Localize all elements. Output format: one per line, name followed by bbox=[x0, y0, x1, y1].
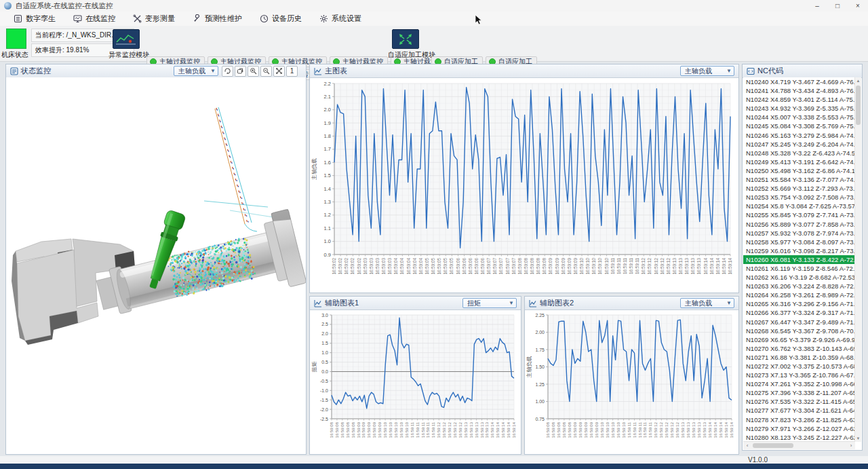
nc-code-line[interactable]: N10258 X5.977 Y-3.084 Z-8.097 A-73.138 bbox=[743, 238, 855, 246]
svg-text:16:59:14: 16:59:14 bbox=[512, 421, 516, 438]
svg-text:16:59:09: 16:59:09 bbox=[595, 421, 599, 438]
nc-code-line[interactable]: N10266 X6.377 Y-3.324 Z-9.317 A-71.443 bbox=[743, 308, 855, 317]
main-chart-signal-dropdown[interactable]: 主轴负载▼ bbox=[680, 66, 734, 76]
nc-code-line[interactable]: N10257 X5.932 Y-3.078 Z-7.974 A-73.243 bbox=[743, 229, 855, 238]
adaptive-module[interactable]: 自适应加工模块 bbox=[388, 29, 423, 60]
zoom-out-button[interactable] bbox=[260, 66, 272, 77]
nc-code-line[interactable]: N10262 X6.16 Y-3.19 Z-8.682 A-72.534 C bbox=[743, 273, 855, 282]
deform-measure-icon bbox=[133, 14, 142, 23]
svg-text:-0.5: -0.5 bbox=[320, 379, 328, 383]
svg-text:扭矩: 扭矩 bbox=[311, 362, 317, 373]
nc-code-line[interactable]: N10240 X4.719 Y-3.467 Z-4.669 A-76.396 bbox=[743, 77, 855, 86]
scroll-down-icon[interactable]: ▼ bbox=[855, 435, 861, 442]
svg-text:16:59:08: 16:59:08 bbox=[517, 258, 522, 275]
nc-code-line[interactable]: N10274 X7.261 Y-3.352 Z-10.998 A-66.67 bbox=[743, 379, 855, 388]
svg-text:16:59:08: 16:59:08 bbox=[530, 258, 534, 275]
main-toolbar: 机床状态 当前程序: /_N_WKS_DIR... 效率提升: 19.81% 异… bbox=[0, 26, 868, 62]
rotate-icon bbox=[224, 67, 231, 75]
minimize-button[interactable]: – bbox=[807, 0, 827, 12]
svg-text:1.4: 1.4 bbox=[324, 186, 331, 192]
nc-code-line[interactable]: N10265 X6.316 Y-3.296 Z-9.156 A-71.771 bbox=[743, 299, 855, 308]
svg-text:16:59:08: 16:59:08 bbox=[551, 421, 555, 438]
scroll-right-icon[interactable]: › bbox=[847, 443, 855, 449]
menu-item-deform-measure[interactable]: 变形测量 bbox=[129, 12, 179, 25]
svg-text:16:59:03: 16:59:03 bbox=[381, 258, 386, 275]
nc-code-line[interactable]: N10269 X6.65 Y-3.379 Z-9.926 A-69.947 C bbox=[743, 335, 855, 344]
machine-3d-viewport[interactable] bbox=[6, 77, 306, 454]
pan-view-button[interactable] bbox=[235, 66, 246, 77]
nc-code-line[interactable]: N10253 X5.754 Y-3.092 Z-7.508 A-73.677 bbox=[743, 193, 855, 202]
nc-code-line[interactable]: N10267 X6.447 Y-3.347 Z-9.489 A-71.055 bbox=[743, 318, 855, 326]
svg-text:16:59:12: 16:59:12 bbox=[670, 421, 674, 438]
zoom-in-button[interactable] bbox=[248, 66, 259, 77]
nc-code-line[interactable]: N10252 X5.669 Y-3.112 Z-7.293 A-73.844 bbox=[743, 184, 855, 193]
nc-code-line[interactable]: N10248 X5.328 Y-3.22 Z-6.423 A-74.52 C bbox=[743, 149, 855, 157]
nc-code-line[interactable]: N10245 X5.084 Y-3.308 Z-5.769 A-75.088 bbox=[743, 121, 855, 130]
svg-text:16:59:12: 16:59:12 bbox=[659, 421, 663, 438]
nc-code-line[interactable]: N10275 X7.396 Y-3.338 Z-11.207 A-65.95 bbox=[743, 388, 855, 397]
nc-code-line[interactable]: N10272 X7.002 Y-3.375 Z-10.573 A-68.05 bbox=[743, 362, 855, 371]
nc-vscroll-thumb[interactable] bbox=[856, 86, 861, 125]
nc-code-line[interactable]: N10273 X7.13 Y-3.365 Z-10.786 A-67.372 bbox=[743, 371, 855, 379]
nc-code-line[interactable]: N10277 X7.677 Y-3.304 Z-11.621 A-64.48 bbox=[743, 406, 855, 415]
nc-code-line[interactable]: N10261 X6.119 Y-3.159 Z-8.546 A-72.701 bbox=[743, 264, 855, 273]
svg-text:16:59:10: 16:59:10 bbox=[585, 258, 590, 275]
nc-code-line[interactable]: N10246 X5.163 Y-3.279 Z-5.984 A-74.892 bbox=[743, 131, 855, 140]
nc-code-line[interactable]: N10242 X4.859 Y-3.401 Z-5.114 A-75.775 bbox=[743, 95, 855, 104]
nc-vertical-scrollbar[interactable]: ▲ ▼ bbox=[854, 77, 861, 442]
nc-code-line[interactable]: N10263 X6.206 Y-3.224 Z-8.828 A-72.33 C bbox=[743, 282, 855, 290]
nc-code-line[interactable]: N10241 X4.788 Y-3.434 Z-4.893 A-76.062 bbox=[743, 86, 855, 95]
scroll-left-icon[interactable]: ‹ bbox=[743, 443, 751, 449]
menu-item-online-monitor[interactable]: 在线监控 bbox=[69, 12, 119, 25]
app-version: V1.0.0 bbox=[748, 456, 768, 464]
nc-code-line[interactable]: N10270 X6.762 Y-3.383 Z-10.143 A-69.34 bbox=[743, 344, 855, 353]
nc-code-line[interactable]: N10243 X4.932 Y-3.369 Z-5.335 A-75.523 bbox=[743, 104, 855, 113]
nc-horizontal-scrollbar[interactable]: ‹ › bbox=[743, 441, 855, 449]
svg-text:16:59:02: 16:59:02 bbox=[338, 258, 342, 275]
svg-text:16:59:06: 16:59:06 bbox=[474, 258, 479, 275]
anomaly-module[interactable]: 异常监控模块 bbox=[108, 29, 144, 60]
svg-text:1.2: 1.2 bbox=[324, 212, 331, 218]
svg-text:16:59:12: 16:59:12 bbox=[654, 258, 658, 275]
nc-code-line[interactable]: N10249 X5.413 Y-3.191 Z-6.642 A-74.346 bbox=[743, 157, 855, 166]
svg-text:16:59:02: 16:59:02 bbox=[350, 258, 355, 275]
nc-code-line[interactable]: N10271 X6.88 Y-3.381 Z-10.359 A-68.711 bbox=[743, 353, 855, 362]
main-chart-title: 主图表 bbox=[325, 66, 347, 76]
nc-code-line[interactable]: N10280 X8.123 Y-3.245 Z-12.227 A-62.23 bbox=[743, 433, 855, 442]
left-panel-signal-dropdown[interactable]: 主轴负载▼ bbox=[174, 66, 218, 76]
nc-code-line[interactable]: N10276 X7.535 Y-3.322 Z-11.415 A-65.22 bbox=[743, 397, 855, 406]
scroll-up-icon[interactable]: ▲ bbox=[855, 77, 861, 84]
nc-code-line[interactable]: N10264 X6.258 Y-3.261 Z-8.989 A-72.072 bbox=[743, 290, 855, 299]
menu-item-predictive-maintenance[interactable]: 预测性维护 bbox=[189, 12, 246, 25]
nc-code-line[interactable]: N10278 X7.823 Y-3.286 Z-11.825 A-63.73 bbox=[743, 415, 855, 424]
nc-code-line[interactable]: N10250 X5.498 Y-3.162 Z-6.86 A-74.178 C bbox=[743, 166, 855, 175]
nc-code-line[interactable]: N10259 X6.016 Y-3.098 Z-8.217 A-73.036 bbox=[743, 246, 855, 255]
nc-hscroll-thumb[interactable] bbox=[753, 443, 793, 448]
nc-code-line-selected[interactable]: N10260 X6.081 Y-3.133 Z-8.422 A-72.835 bbox=[743, 255, 855, 264]
menu-item-device-history[interactable]: 设备历史 bbox=[256, 12, 306, 25]
nc-code-line[interactable]: N10279 X7.971 Y-3.266 Z-12.027 A-62.98 bbox=[743, 424, 855, 433]
nc-code-line[interactable]: N10251 X5.584 Y-3.136 Z-7.077 A-74.012 bbox=[743, 175, 855, 184]
nc-code-line[interactable]: N10244 X5.007 Y-3.338 Z-5.553 A-75.297 bbox=[743, 113, 855, 121]
nc-code-line[interactable]: N10254 X5.8 Y-3.084 Z-7.625 A-73.571 C bbox=[743, 202, 855, 210]
aux-chart1-signal-dropdown[interactable]: 扭矩▼ bbox=[462, 298, 517, 308]
nc-code-line[interactable]: N10256 X5.889 Y-3.077 Z-7.858 A-73.348 bbox=[743, 220, 855, 229]
menu-item-digital-twin[interactable]: 数字孪生 bbox=[9, 12, 60, 25]
aux-chart2-panel: 辅助图表2 主轴负载▼ 16:59:0816:59:0816:59:0816:5… bbox=[524, 296, 739, 455]
close-button[interactable]: × bbox=[848, 0, 868, 12]
svg-text:16:59:09: 16:59:09 bbox=[555, 258, 559, 275]
svg-text:16:59:10: 16:59:10 bbox=[606, 421, 610, 438]
svg-text:16:59:05: 16:59:05 bbox=[437, 258, 441, 275]
nc-code-line[interactable]: N10268 X6.545 Y-3.367 Z-9.708 A-70.519 bbox=[743, 326, 855, 335]
rotate-view-button[interactable] bbox=[222, 66, 233, 77]
nc-code-line[interactable]: N10247 X5.245 Y-3.249 Z-6.204 A-74.701 bbox=[743, 140, 855, 149]
fit-view-button[interactable] bbox=[273, 66, 285, 77]
menu-item-settings[interactable]: 系统设置 bbox=[315, 12, 366, 25]
nc-code-line[interactable]: N10255 X5.845 Y-3.079 Z-7.741 A-73.458 bbox=[743, 210, 855, 219]
maximize-button[interactable]: □ bbox=[827, 0, 848, 12]
svg-text:16:59:13: 16:59:13 bbox=[692, 421, 696, 438]
zoom-level-box[interactable]: 1 bbox=[286, 66, 298, 77]
svg-text:16:59:12: 16:59:12 bbox=[654, 421, 658, 438]
aux-chart2-signal-dropdown[interactable]: 主轴负载▼ bbox=[680, 298, 734, 308]
svg-text:16:59:11: 16:59:11 bbox=[410, 421, 414, 438]
